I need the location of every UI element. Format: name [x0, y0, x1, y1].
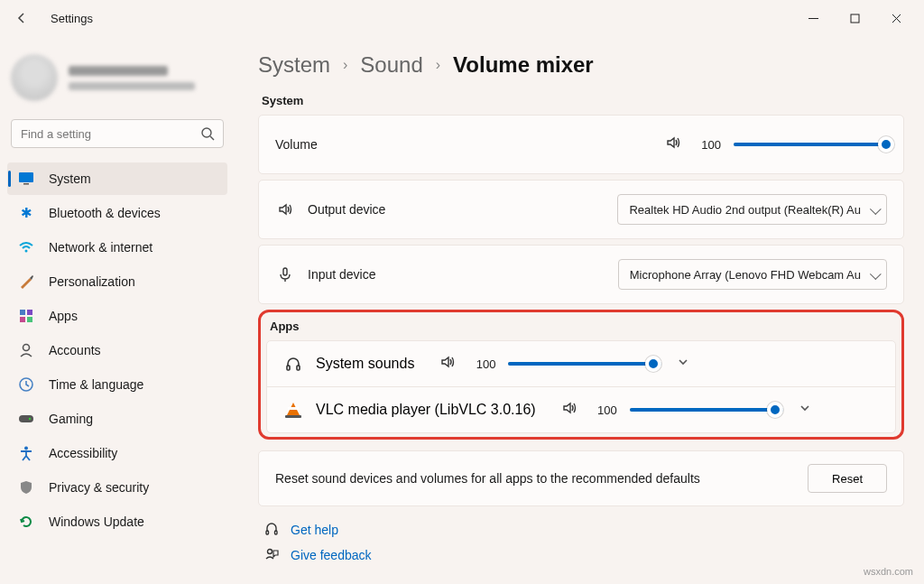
- reset-text: Reset sound devices and volumes for all …: [275, 471, 795, 486]
- nav-label: System: [49, 171, 91, 186]
- svg-rect-17: [266, 531, 269, 534]
- nav-windows-update[interactable]: Windows Update: [7, 505, 227, 538]
- volume-card: Volume 100: [258, 115, 904, 174]
- breadcrumb-sound[interactable]: Sound: [360, 52, 422, 78]
- nav-time-language[interactable]: Time & language: [7, 368, 227, 401]
- app-row-system-sounds: System sounds 100: [267, 341, 895, 386]
- shield-icon: [18, 479, 34, 496]
- svg-rect-15: [287, 366, 290, 370]
- account-name-blur: [69, 66, 168, 76]
- apps-icon: [18, 308, 34, 324]
- titlebar: Settings: [0, 0, 924, 36]
- search-icon: [200, 126, 215, 144]
- svg-point-12: [29, 418, 31, 420]
- svg-rect-3: [23, 183, 29, 185]
- speaker-icon[interactable]: [561, 400, 578, 420]
- clock-icon: [18, 376, 34, 393]
- nav-accounts[interactable]: Accounts: [7, 334, 227, 366]
- watermark: wsxdn.com: [864, 566, 913, 577]
- app-volume-value: 100: [590, 403, 617, 417]
- output-device-card: Output device Realtek HD Audio 2nd outpu…: [258, 180, 904, 239]
- output-device-dropdown[interactable]: Realtek HD Audio 2nd output (Realtek(R) …: [617, 194, 887, 225]
- nav-label: Bluetooth & devices: [49, 206, 161, 220]
- svg-point-1: [202, 128, 211, 137]
- input-device-dropdown[interactable]: Microphone Array (Lenovo FHD Webcam Au: [618, 259, 887, 290]
- svg-point-13: [24, 447, 28, 450]
- svg-point-4: [25, 250, 28, 253]
- speaker-icon[interactable]: [665, 134, 681, 154]
- app-row-vlc: VLC media player (LibVLC 3.0.16) 100: [267, 386, 895, 432]
- svg-rect-5: [20, 310, 25, 315]
- reset-button[interactable]: Reset: [808, 464, 887, 493]
- chevron-right-icon: ›: [343, 57, 347, 73]
- expand-chevron[interactable]: [674, 355, 692, 373]
- nav-gaming[interactable]: Gaming: [7, 403, 227, 435]
- nav-apps[interactable]: Apps: [7, 300, 227, 332]
- svg-rect-16: [297, 366, 300, 370]
- input-device-selected: Microphone Array (Lenovo FHD Webcam Au: [630, 268, 861, 282]
- close-button[interactable]: [875, 4, 917, 32]
- gaming-icon: [18, 411, 34, 427]
- input-device-card: Input device Microphone Array (Lenovo FH…: [258, 245, 904, 304]
- svg-point-9: [23, 345, 30, 351]
- app-volume-slider[interactable]: [630, 401, 783, 419]
- volume-slider[interactable]: [734, 135, 887, 153]
- account-email-blur: [69, 82, 195, 90]
- window-title: Settings: [51, 12, 93, 25]
- feedback-icon: [263, 548, 280, 562]
- nav-label: Privacy & security: [49, 480, 149, 495]
- wifi-icon: [18, 239, 34, 255]
- breadcrumb: System › Sound › Volume mixer: [258, 52, 904, 78]
- account-block[interactable]: [7, 47, 227, 117]
- svg-rect-14: [283, 268, 287, 275]
- output-device-selected: Realtek HD Audio 2nd output (Realtek(R) …: [629, 203, 861, 217]
- monitor-icon: [18, 171, 34, 187]
- svg-rect-2: [19, 172, 33, 182]
- nav-label: Gaming: [49, 412, 93, 426]
- nav-label: Windows Update: [49, 514, 144, 529]
- minimize-button[interactable]: [792, 4, 834, 32]
- app-label: System sounds: [316, 356, 414, 372]
- app-volume-slider[interactable]: [508, 355, 661, 373]
- nav-label: Personalization: [49, 274, 135, 289]
- svg-rect-11: [19, 415, 33, 422]
- app-volume-value: 100: [468, 357, 495, 371]
- expand-chevron[interactable]: [796, 401, 814, 419]
- app-label: VLC media player (LibVLC 3.0.16): [316, 402, 536, 418]
- give-feedback-link[interactable]: Give feedback: [263, 548, 904, 562]
- headphones-icon: [283, 356, 303, 372]
- update-icon: [18, 514, 34, 530]
- apps-highlight: Apps System sounds 100: [258, 310, 904, 440]
- nav-network[interactable]: Network & internet: [7, 231, 227, 264]
- get-help-text[interactable]: Get help: [291, 523, 338, 537]
- speaker-icon[interactable]: [439, 354, 456, 374]
- chevron-right-icon: ›: [436, 57, 440, 73]
- svg-rect-6: [27, 310, 32, 315]
- svg-rect-8: [27, 317, 32, 322]
- avatar: [11, 54, 58, 101]
- nav-privacy[interactable]: Privacy & security: [7, 471, 227, 504]
- maximize-button[interactable]: [834, 4, 875, 32]
- nav-label: Accounts: [49, 343, 101, 357]
- svg-rect-18: [275, 531, 278, 534]
- nav-system[interactable]: System: [7, 162, 227, 195]
- sidebar: System ✱ Bluetooth & devices Network & i…: [0, 36, 235, 584]
- accessibility-icon: [18, 445, 34, 461]
- svg-rect-7: [20, 317, 25, 322]
- bluetooth-icon: ✱: [18, 205, 34, 221]
- nav-personalization[interactable]: Personalization: [7, 265, 227, 298]
- give-feedback-text[interactable]: Give feedback: [291, 548, 372, 562]
- nav-bluetooth[interactable]: ✱ Bluetooth & devices: [7, 197, 227, 229]
- volume-label: Volume: [275, 137, 318, 152]
- nav-label: Accessibility: [49, 446, 117, 460]
- nav-label: Apps: [49, 309, 78, 323]
- volume-value: 100: [694, 138, 721, 152]
- breadcrumb-system[interactable]: System: [258, 52, 330, 78]
- microphone-icon: [275, 266, 295, 283]
- back-button[interactable]: [7, 4, 36, 32]
- get-help-link[interactable]: Get help: [263, 523, 904, 537]
- output-device-label: Output device: [308, 202, 385, 217]
- search-input[interactable]: [11, 119, 224, 148]
- nav-accessibility[interactable]: Accessibility: [7, 437, 227, 469]
- nav-label: Time & language: [49, 377, 143, 392]
